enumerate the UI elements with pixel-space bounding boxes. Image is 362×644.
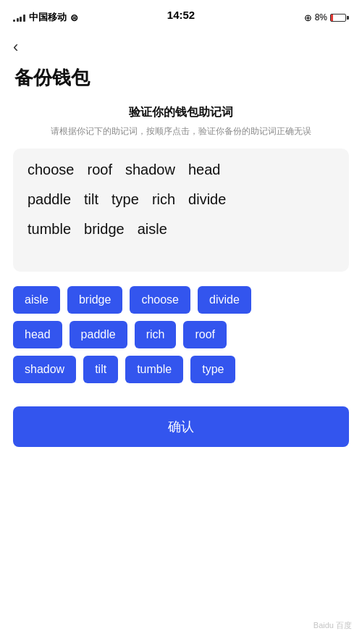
word-display-box: choose roof shadow head paddle tilt type… — [13, 149, 349, 272]
battery-percent: 8% — [315, 12, 327, 22]
display-word-paddle: paddle — [28, 191, 71, 208]
display-word-tumble: tumble — [28, 221, 71, 238]
status-bar: 中国移动 ⊜ 14:52 ⊕ 8% — [0, 0, 362, 32]
chips-row-2: head paddle rich roof — [13, 321, 349, 348]
signal-icon — [13, 13, 25, 22]
chip-bridge[interactable]: bridge — [67, 286, 122, 314]
circle-icon: ⊕ — [304, 12, 312, 23]
display-word-head: head — [188, 162, 221, 178]
battery-area: ⊕ 8% — [304, 12, 349, 23]
battery-icon — [330, 14, 349, 22]
display-word-bridge: bridge — [84, 221, 125, 238]
word-display-row-3: tumble bridge aisle — [28, 221, 334, 238]
chip-shadow[interactable]: shadow — [13, 356, 76, 383]
carrier-label: 中国移动 — [29, 11, 67, 24]
chip-choose[interactable]: choose — [130, 286, 190, 314]
word-display-row-2: paddle tilt type rich divide — [28, 191, 334, 208]
display-word-choose: choose — [28, 162, 75, 178]
carrier-info: 中国移动 ⊜ — [13, 11, 78, 24]
section-heading: 验证你的钱包助记词 — [0, 105, 362, 120]
display-word-rich: rich — [152, 191, 175, 208]
status-time: 14:52 — [167, 9, 195, 21]
display-word-aisle: aisle — [138, 221, 167, 238]
chip-type[interactable]: type — [190, 356, 235, 383]
chip-divide[interactable]: divide — [198, 286, 251, 314]
section-desc: 请根据你记下的助记词，按顺序点击，验证你备份的助记词正确无误 — [0, 125, 362, 138]
word-chips-area: aisle bridge choose divide head paddle r… — [13, 286, 349, 383]
wifi-icon: ⊜ — [70, 12, 78, 23]
chip-roof[interactable]: roof — [183, 321, 227, 348]
word-display-row-1: choose roof shadow head — [28, 162, 334, 178]
display-word-roof: roof — [88, 162, 112, 178]
back-button[interactable]: ‹ — [0, 32, 362, 59]
display-word-type: type — [111, 191, 139, 208]
page-title: 备份钱包 — [0, 59, 362, 105]
chip-rich[interactable]: rich — [135, 321, 177, 348]
chip-aisle[interactable]: aisle — [13, 286, 60, 314]
chip-paddle[interactable]: paddle — [70, 321, 127, 348]
confirm-button[interactable]: 确认 — [13, 406, 349, 447]
chip-tumble[interactable]: tumble — [125, 356, 183, 383]
watermark: Baidu 百度 — [313, 620, 352, 631]
display-word-shadow: shadow — [125, 162, 175, 178]
display-word-tilt: tilt — [84, 191, 98, 208]
chips-row-3: shadow tilt tumble type — [13, 356, 349, 383]
chips-row-1: aisle bridge choose divide — [13, 286, 349, 314]
chip-tilt[interactable]: tilt — [83, 356, 118, 383]
display-word-divide: divide — [188, 191, 226, 208]
chip-head[interactable]: head — [13, 321, 62, 348]
